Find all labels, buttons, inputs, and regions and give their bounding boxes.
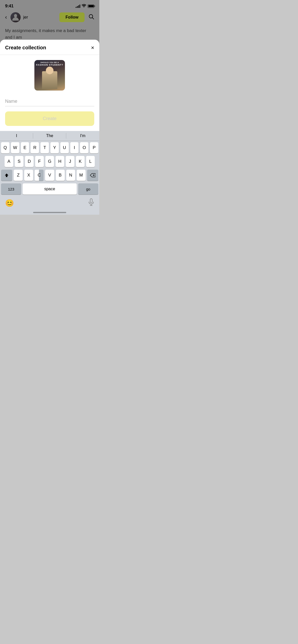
key-s[interactable]: S — [15, 156, 23, 167]
modal-header: Create collection × — [0, 40, 99, 55]
key-n[interactable]: N — [66, 170, 75, 181]
autocomplete-row: I The I'm — [0, 131, 99, 141]
key-t[interactable]: T — [40, 142, 49, 153]
emoji-button[interactable]: 😊 — [5, 199, 14, 207]
key-u[interactable]: U — [60, 142, 69, 153]
home-indicator — [33, 212, 66, 213]
key-y[interactable]: Y — [50, 142, 59, 153]
name-input-container — [0, 97, 99, 106]
modal-title: Create collection — [5, 45, 46, 51]
svg-rect-5 — [90, 199, 92, 203]
key-o[interactable]: O — [80, 142, 88, 153]
key-g[interactable]: G — [45, 156, 54, 167]
post-thumbnail: Should you be aFASHION STUDENT? — [34, 60, 65, 91]
key-k[interactable]: K — [76, 156, 85, 167]
key-w[interactable]: W — [11, 142, 19, 153]
mic-button[interactable] — [88, 198, 94, 208]
key-r[interactable]: R — [31, 142, 39, 153]
thumbnail-text-top: Should you be aFASHION STUDENT? — [36, 62, 63, 66]
close-modal-button[interactable]: × — [91, 45, 94, 51]
key-m[interactable]: M — [77, 170, 86, 181]
key-a[interactable]: A — [5, 156, 13, 167]
key-p[interactable]: P — [90, 142, 98, 153]
key-i[interactable]: I — [70, 142, 79, 153]
key-h[interactable]: H — [56, 156, 64, 167]
autocomplete-item-im[interactable]: I'm — [66, 131, 99, 141]
key-l[interactable]: L — [86, 156, 95, 167]
go-key[interactable]: go — [78, 183, 98, 195]
key-f[interactable]: F — [35, 156, 44, 167]
create-collection-modal: Create collection × Should you be aFASHI… — [0, 40, 99, 215]
keyboard-row-4: 123 space go — [0, 182, 99, 196]
autocomplete-item-i[interactable]: I — [0, 131, 33, 141]
thumbnail-container: Should you be aFASHION STUDENT? — [0, 60, 99, 91]
key-j[interactable]: J — [66, 156, 74, 167]
key-e[interactable]: E — [21, 142, 29, 153]
collection-name-input[interactable] — [5, 97, 94, 106]
shift-key[interactable] — [1, 170, 12, 181]
delete-key[interactable] — [87, 170, 98, 181]
keyboard-row-1: Q W E R T Y U I O P — [0, 141, 99, 155]
key-c[interactable]: C — [35, 170, 44, 181]
create-btn-container: Create — [0, 111, 99, 131]
key-x[interactable]: X — [24, 170, 33, 181]
key-d[interactable]: D — [25, 156, 34, 167]
create-button[interactable]: Create — [5, 111, 94, 126]
modal-divider — [0, 55, 99, 55]
key-z[interactable]: Z — [14, 170, 23, 181]
num-key[interactable]: 123 — [1, 183, 21, 195]
keyboard: I The I'm Q W E R T Y U I O P A S D F G … — [0, 131, 99, 215]
keyboard-row-3: Z X C V B N M — [0, 168, 99, 182]
space-key[interactable]: space — [23, 183, 76, 195]
key-v[interactable]: V — [45, 170, 54, 181]
autocomplete-item-the[interactable]: The — [33, 131, 66, 141]
key-q[interactable]: Q — [1, 142, 9, 153]
keyboard-row-2: A S D F G H J K L — [0, 155, 99, 168]
key-b[interactable]: B — [56, 170, 65, 181]
